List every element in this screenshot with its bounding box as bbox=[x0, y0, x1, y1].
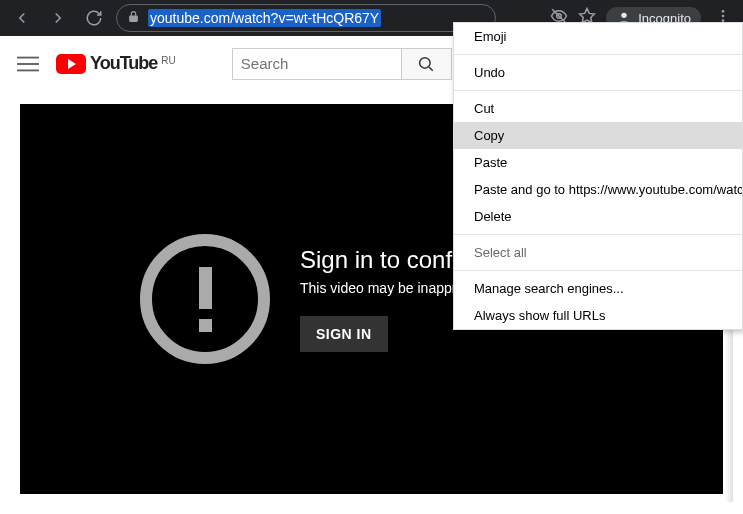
cm-paste[interactable]: Paste bbox=[454, 149, 742, 176]
svg-point-4 bbox=[722, 10, 725, 13]
svg-marker-2 bbox=[580, 9, 595, 23]
separator bbox=[454, 234, 742, 235]
search-icon bbox=[417, 55, 435, 73]
separator bbox=[454, 54, 742, 55]
cm-select-all[interactable]: Select all bbox=[454, 239, 742, 266]
youtube-logo[interactable]: YouTube RU bbox=[56, 53, 176, 74]
cm-manage-search-engines[interactable]: Manage search engines... bbox=[454, 275, 742, 302]
cm-cut[interactable]: Cut bbox=[454, 95, 742, 122]
lock-icon bbox=[127, 9, 140, 27]
svg-rect-8 bbox=[17, 63, 39, 65]
svg-point-10 bbox=[420, 57, 431, 68]
separator bbox=[454, 270, 742, 271]
cm-paste-and-go[interactable]: Paste and go to https://www.youtube.com/… bbox=[454, 176, 742, 203]
context-menu: Emoji Undo Cut Copy Paste Paste and go t… bbox=[453, 22, 743, 330]
warning-icon bbox=[140, 234, 270, 364]
cm-delete[interactable]: Delete bbox=[454, 203, 742, 230]
search-button[interactable] bbox=[402, 48, 452, 80]
cm-emoji[interactable]: Emoji bbox=[454, 23, 742, 50]
svg-rect-9 bbox=[17, 69, 39, 71]
youtube-logo-text: YouTube bbox=[90, 53, 157, 74]
sign-in-button[interactable]: SIGN IN bbox=[300, 316, 388, 352]
search-form bbox=[232, 48, 452, 80]
youtube-play-icon bbox=[56, 54, 86, 74]
cm-always-show-full-urls[interactable]: Always show full URLs bbox=[454, 302, 742, 329]
url-text[interactable]: youtube.com/watch?v=wt-tHcQR67Y bbox=[148, 9, 381, 27]
forward-button[interactable] bbox=[44, 4, 72, 32]
address-bar[interactable]: youtube.com/watch?v=wt-tHcQR67Y bbox=[116, 4, 496, 32]
cm-copy[interactable]: Copy bbox=[454, 122, 742, 149]
svg-rect-7 bbox=[17, 56, 39, 58]
separator bbox=[454, 90, 742, 91]
cm-undo[interactable]: Undo bbox=[454, 59, 742, 86]
svg-point-5 bbox=[722, 15, 725, 18]
youtube-region: RU bbox=[161, 55, 175, 66]
reload-button[interactable] bbox=[80, 4, 108, 32]
search-input[interactable] bbox=[232, 48, 402, 80]
svg-line-11 bbox=[429, 67, 433, 71]
svg-point-3 bbox=[622, 13, 627, 18]
back-button[interactable] bbox=[8, 4, 36, 32]
hamburger-icon[interactable] bbox=[16, 52, 40, 76]
